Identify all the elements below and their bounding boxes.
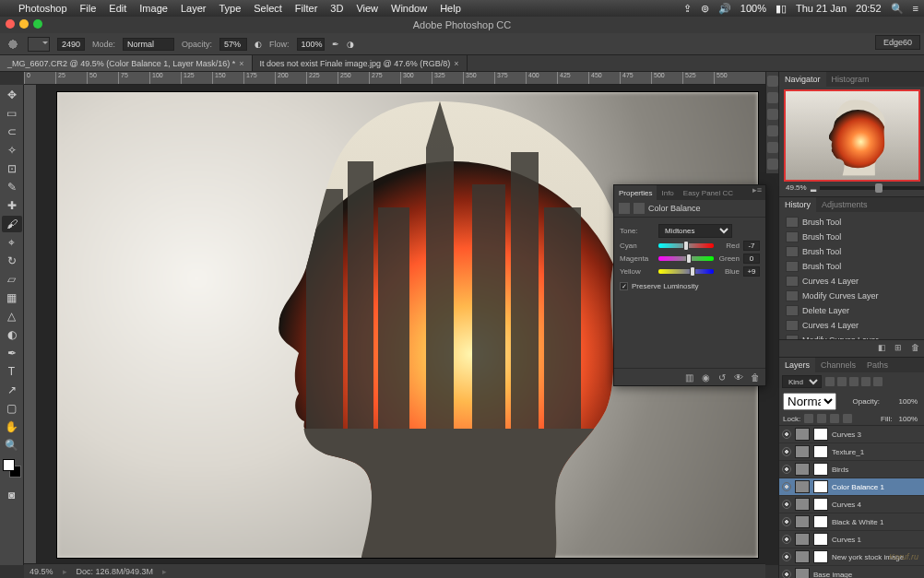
date[interactable]: Thu 21 Jan (796, 3, 847, 14)
slider-value[interactable]: +9 (743, 266, 760, 277)
history-item[interactable]: Brush Tool (782, 230, 921, 244)
airbrush-icon[interactable]: ✒ (332, 40, 339, 49)
mask-icon[interactable] (634, 203, 645, 214)
history-item[interactable]: Brush Tool (782, 259, 921, 274)
heal-tool[interactable]: ✚ (2, 197, 22, 214)
layer-mask-thumbnail[interactable] (813, 533, 828, 546)
visibility-toggle-icon[interactable] (782, 535, 791, 544)
menu-image[interactable]: Image (139, 3, 168, 14)
history-new-icon[interactable]: ⊞ (893, 343, 904, 354)
brush-preset-picker[interactable] (28, 37, 50, 52)
lock-pixels-icon[interactable] (817, 414, 826, 423)
layer-mask-thumbnail[interactable] (813, 463, 828, 476)
eyedrop-tool[interactable]: ✎ (2, 179, 22, 195)
dropbox-icon[interactable]: ⇪ (683, 3, 692, 15)
layer-name[interactable]: Curves 4 (832, 501, 921, 509)
layer-name[interactable]: Color Balance 1 (832, 483, 921, 491)
layer-row[interactable]: Curves 4 (779, 496, 924, 513)
lock-transparency-icon[interactable] (804, 414, 813, 423)
layer-row[interactable]: Base image (779, 566, 924, 578)
layer-thumbnail[interactable] (795, 480, 810, 493)
tab-history[interactable]: History (779, 197, 816, 212)
tab-channels[interactable]: Channels (815, 358, 861, 372)
layer-thumbnail[interactable] (795, 445, 810, 458)
properties-panel[interactable]: Properties Info Easy Panel CC ▸≡ Color B… (613, 184, 766, 386)
document-tab-1[interactable]: It does not exist Finale image.jpg @ 47.… (253, 55, 468, 71)
layer-thumbnail[interactable] (795, 428, 810, 441)
navigator-thumbnail[interactable] (784, 89, 920, 182)
layer-row[interactable]: Curves 3 (779, 426, 924, 443)
dock-icon[interactable] (767, 76, 778, 87)
layer-row[interactable]: Color Balance 1 (779, 478, 924, 496)
visibility-toggle-icon[interactable] (782, 430, 791, 439)
rect-tool[interactable]: ▢ (2, 400, 22, 417)
visibility-toggle-icon[interactable] (782, 447, 791, 456)
toggle-visibility-icon[interactable]: 👁 (733, 372, 744, 383)
lock-all-icon[interactable] (843, 414, 852, 423)
app-menu[interactable]: Photoshop (18, 3, 67, 14)
menu-type[interactable]: Type (219, 3, 241, 14)
layer-thumbnail[interactable] (795, 463, 810, 476)
layer-opacity-value[interactable]: 100% (896, 397, 920, 406)
layer-thumbnail[interactable] (795, 568, 810, 578)
hand-tool[interactable]: ✋ (2, 419, 22, 435)
pen-tool[interactable]: ✒ (2, 345, 22, 361)
spotlight-icon[interactable]: 🔍 (891, 3, 904, 15)
tab-layers[interactable]: Layers (779, 358, 815, 372)
dock-icon[interactable] (767, 125, 778, 136)
eraser-tool[interactable]: ▱ (2, 271, 22, 288)
view-previous-icon[interactable]: ◉ (700, 372, 711, 383)
menu-view[interactable]: View (356, 3, 378, 14)
layer-thumbnail[interactable] (795, 533, 810, 546)
menu-help[interactable]: Help (440, 3, 461, 14)
history-item[interactable]: Brush Tool (782, 215, 921, 230)
menu-filter[interactable]: Filter (295, 3, 317, 14)
navigator-zoom-slider[interactable] (820, 186, 924, 190)
wand-tool[interactable]: ✧ (2, 142, 22, 159)
layer-row[interactable]: Curves 1 (779, 531, 924, 549)
close-tab-icon[interactable]: × (239, 59, 243, 68)
visibility-toggle-icon[interactable] (782, 552, 791, 561)
tab-properties[interactable]: Properties (614, 185, 657, 200)
layer-thumbnail[interactable] (795, 550, 810, 563)
visibility-toggle-icon[interactable] (782, 570, 791, 578)
pressure-size-icon[interactable]: ◑ (347, 40, 354, 49)
layer-name[interactable]: Base image (813, 571, 921, 579)
pressure-opacity-icon[interactable]: ◐ (255, 40, 262, 49)
preserve-luminosity-checkbox[interactable]: ✓ (620, 282, 628, 290)
stamp-tool[interactable]: ⌖ (2, 234, 22, 251)
tab-paths[interactable]: Paths (861, 358, 894, 372)
tool-preset-icon[interactable] (6, 37, 20, 52)
panel-menu-icon[interactable]: ▸≡ (749, 185, 765, 200)
volume-icon[interactable]: 🔊 (718, 3, 731, 15)
layer-name[interactable]: Curves 1 (832, 536, 921, 544)
history-delete-icon[interactable]: 🗑 (909, 343, 920, 354)
color-balance-slider[interactable] (658, 243, 714, 248)
layer-name[interactable]: Curves 3 (832, 431, 921, 439)
clip-to-layer-icon[interactable]: ▥ (683, 372, 694, 383)
menu-edit[interactable]: Edit (109, 3, 126, 14)
document-tab-0[interactable]: _MG_6607.CR2 @ 49.5% (Color Balance 1, L… (0, 55, 253, 71)
visibility-toggle-icon[interactable] (782, 517, 791, 526)
opacity-field[interactable]: 57% (219, 38, 247, 51)
fill-value[interactable]: 100% (896, 415, 920, 423)
visibility-toggle-icon[interactable] (782, 500, 791, 509)
tab-adjustments[interactable]: Adjustments (816, 197, 873, 212)
menu-select[interactable]: Select (254, 3, 282, 14)
foreground-background-colors[interactable] (3, 459, 21, 478)
layer-name[interactable]: Texture_1 (832, 448, 921, 456)
flow-field[interactable]: 100% (297, 38, 325, 51)
clock[interactable]: 20:52 (856, 3, 882, 14)
layer-mask-thumbnail[interactable] (813, 480, 828, 493)
color-balance-slider[interactable] (658, 269, 714, 274)
menu-file[interactable]: File (80, 3, 97, 14)
dodge-tool[interactable]: ◐ (2, 326, 22, 343)
lasso-tool[interactable]: ⊂ (2, 124, 22, 140)
zoom-out-icon[interactable]: ▂ (811, 183, 816, 192)
visibility-toggle-icon[interactable] (782, 465, 791, 474)
layer-thumbnail[interactable] (795, 498, 810, 511)
history-item[interactable]: Delete Layer (782, 303, 921, 318)
history-brush-tool[interactable]: ↻ (2, 253, 22, 269)
brush-tool[interactable]: 🖌 (2, 216, 22, 232)
marquee-tool[interactable]: ▭ (2, 105, 22, 122)
